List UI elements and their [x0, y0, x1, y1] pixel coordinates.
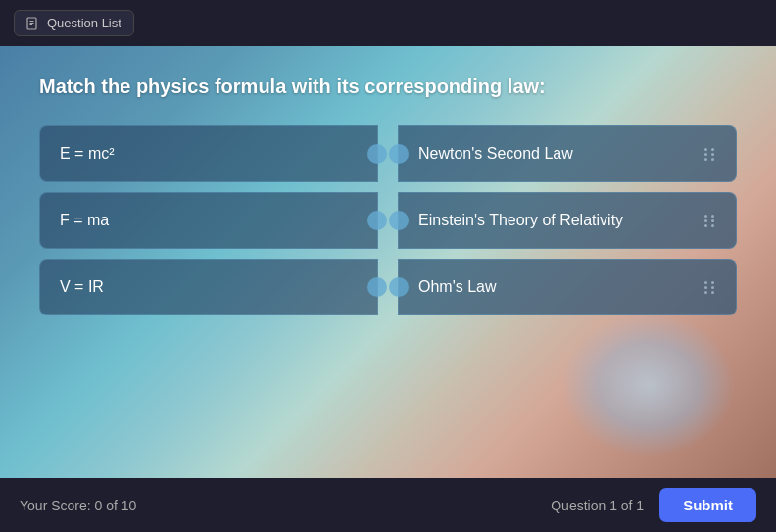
drag-dots-3 [704, 281, 716, 294]
formula-item-3[interactable]: V = IR [39, 259, 378, 315]
law-text-1: Newton's Second Law [418, 145, 573, 163]
dot [704, 219, 707, 222]
formula-item-2[interactable]: F = ma [39, 192, 378, 249]
law-item-2[interactable]: Einstein's Theory of Relativity [398, 192, 737, 249]
dot [711, 224, 714, 227]
drag-handle-1[interactable] [704, 148, 716, 161]
dot [711, 215, 714, 218]
dot [711, 148, 714, 151]
formula-text-3: V = IR [60, 278, 104, 296]
dot [704, 148, 707, 151]
dot [704, 281, 707, 284]
formulas-column: E = mc² F = ma V = IR [39, 125, 378, 315]
bottom-bar: Your Score: 0 of 10 Question 1 of 1 Subm… [0, 478, 776, 532]
drag-dots-2 [704, 215, 716, 227]
dot [704, 158, 707, 161]
top-bar: Question List [0, 0, 776, 46]
dot [711, 291, 714, 294]
matching-area: E = mc² F = ma V = IR Newton's Second La… [39, 125, 737, 315]
law-item-1[interactable]: Newton's Second Law [398, 125, 737, 182]
question-list-label: Question List [47, 16, 121, 30]
law-item-3[interactable]: Ohm's Law [398, 259, 737, 315]
drag-dots-1 [704, 148, 716, 161]
dot [711, 219, 714, 222]
law-text-2: Einstein's Theory of Relativity [418, 212, 623, 229]
doc-icon [26, 17, 40, 30]
dot [704, 286, 707, 289]
formula-text-1: E = mc² [60, 145, 115, 163]
score-display: Your Score: 0 of 10 [20, 498, 136, 513]
dot [704, 224, 707, 227]
question-counter: Question 1 of 1 [551, 498, 644, 513]
drag-handle-3[interactable] [704, 281, 716, 294]
formula-item-1[interactable]: E = mc² [39, 125, 378, 182]
dot [711, 281, 714, 284]
dot [711, 153, 714, 156]
dot [704, 291, 707, 294]
law-text-3: Ohm's Law [418, 278, 497, 296]
question-title: Match the physics formula with its corre… [39, 75, 737, 98]
dot [704, 153, 707, 156]
main-content: Match the physics formula with its corre… [0, 46, 776, 478]
drag-handle-2[interactable] [704, 215, 716, 227]
dot [711, 158, 714, 161]
right-controls: Question 1 of 1 Submit [551, 488, 756, 522]
dot [704, 215, 707, 218]
dot [711, 286, 714, 289]
question-container: Match the physics formula with its corre… [0, 46, 776, 345]
laws-column: Newton's Second Law Einstein's The [398, 125, 737, 315]
question-list-button[interactable]: Question List [14, 10, 134, 36]
formula-text-2: F = ma [60, 212, 109, 229]
submit-button[interactable]: Submit [659, 488, 756, 522]
